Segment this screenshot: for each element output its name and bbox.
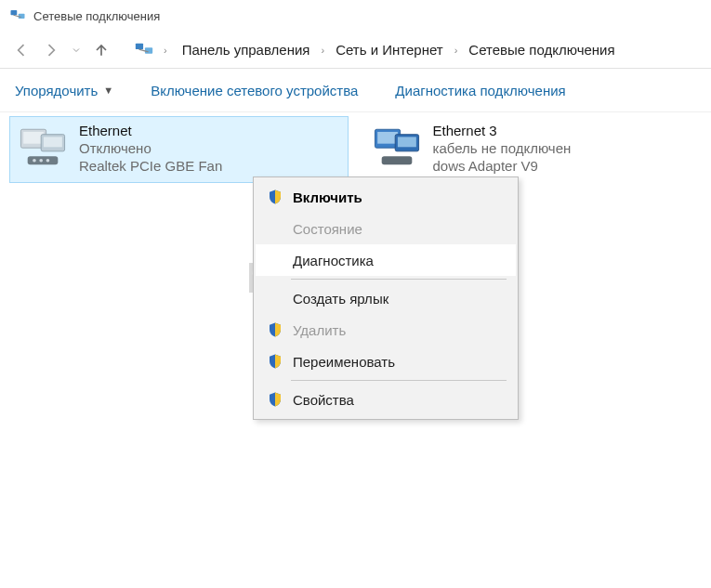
svg-rect-5 <box>23 132 44 144</box>
ctx-properties[interactable]: Свойства <box>256 384 516 415</box>
adapter-status: кабель не подключен <box>433 140 572 156</box>
organize-label: Упорядочить <box>15 83 98 98</box>
adapter-icon <box>370 123 424 176</box>
ctx-label: Создать ярлык <box>293 291 388 307</box>
adapter-item[interactable]: Ethernet Отключено Realtek PCIe GBE Fan <box>9 116 349 183</box>
ctx-rename[interactable]: Переименовать <box>256 346 516 377</box>
svg-rect-16 <box>381 156 412 164</box>
adapter-name: Ethernet <box>79 123 222 138</box>
ctx-label: Переименовать <box>293 354 395 370</box>
nav-bar: › Панель управления › Сеть и Интернет › … <box>0 32 711 69</box>
separator <box>291 279 507 280</box>
organize-menu[interactable]: Упорядочить ▼ <box>15 83 113 98</box>
adapter-info: Ethernet Отключено Realtek PCIe GBE Fan <box>79 123 222 176</box>
chevron-right-icon: › <box>454 45 458 56</box>
app-icon <box>9 7 26 24</box>
diagnostics-button[interactable]: Диагностика подключения <box>395 83 565 98</box>
adapter-icon <box>16 123 70 176</box>
address-bar-icon[interactable] <box>134 40 154 60</box>
ctx-shortcut[interactable]: Создать ярлык <box>256 282 516 314</box>
crumb-control-panel[interactable]: Панель управления <box>177 39 316 60</box>
forward-button[interactable] <box>41 41 61 59</box>
ctx-label: Диагностика <box>293 253 374 268</box>
svg-rect-7 <box>44 137 62 147</box>
ctx-delete: Удалить <box>256 314 516 346</box>
ctx-label: Свойства <box>293 392 354 408</box>
shield-icon <box>265 187 285 207</box>
shield-icon <box>265 351 285 372</box>
crumb-network[interactable]: Сеть и Интернет <box>330 39 449 60</box>
ctx-diagnostics[interactable]: Диагностика <box>256 244 516 276</box>
chevron-right-icon: › <box>164 45 167 56</box>
ctx-label: Состояние <box>293 221 362 237</box>
svg-rect-2 <box>136 43 143 48</box>
ctx-status: Состояние <box>256 213 516 244</box>
svg-point-10 <box>39 159 43 163</box>
ctx-label: Удалить <box>293 322 346 338</box>
back-button[interactable] <box>11 41 32 59</box>
adapter-item[interactable]: Ethernet 3 кабель не подключен dows Adap… <box>363 116 703 183</box>
enable-device-button[interactable]: Включение сетевого устройства <box>151 83 358 98</box>
svg-rect-13 <box>377 132 398 144</box>
chevron-down-icon: ▼ <box>103 85 113 96</box>
svg-point-9 <box>33 159 36 163</box>
shield-icon <box>265 320 285 340</box>
svg-rect-0 <box>11 10 18 15</box>
up-button[interactable] <box>91 41 112 59</box>
window-title: Сетевые подключения <box>33 9 160 23</box>
breadcrumb: Панель управления › Сеть и Интернет › Се… <box>177 39 621 60</box>
separator <box>291 380 507 381</box>
adapter-list: Ethernet Отключено Realtek PCIe GBE Fan … <box>0 112 711 187</box>
svg-rect-15 <box>397 137 415 147</box>
context-menu: Включить Состояние Диагностика Создать я… <box>253 176 519 420</box>
adapter-name: Ethernet 3 <box>433 123 572 138</box>
svg-point-11 <box>46 159 50 163</box>
adapter-device: dows Adapter V9 <box>433 158 572 174</box>
crumb-connections[interactable]: Сетевые подключения <box>463 39 620 60</box>
toolbar: Упорядочить ▼ Включение сетевого устройс… <box>0 69 711 111</box>
ctx-label: Включить <box>293 189 362 205</box>
adapter-status: Отключено <box>79 140 222 156</box>
adapter-info: Ethernet 3 кабель не подключен dows Adap… <box>433 123 572 176</box>
chevron-right-icon: › <box>321 45 324 56</box>
adapter-device: Realtek PCIe GBE Fan <box>79 158 222 174</box>
shield-icon <box>265 389 285 410</box>
recent-dropdown[interactable] <box>71 45 82 56</box>
ctx-enable[interactable]: Включить <box>256 181 516 213</box>
titlebar: Сетевые подключения <box>0 0 711 32</box>
